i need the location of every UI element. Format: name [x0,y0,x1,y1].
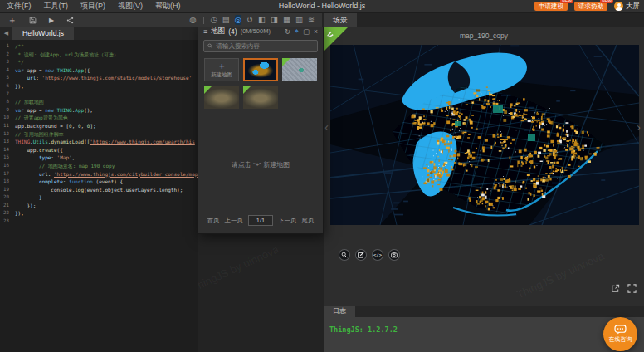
pin-icon[interactable]: ⌖ [295,27,299,36]
save-icon[interactable] [29,15,37,25]
scene-corner-ribbon [324,27,349,51]
search-input[interactable] [216,42,314,50]
code-line: 8// 加载地图 [0,98,198,106]
history-icon[interactable]: ◷ [211,15,217,25]
map-count: (4) [228,27,237,36]
log-message: ThingJS: 1.2.7.2 [329,325,398,334]
tab-scene[interactable]: 场景 [324,13,357,27]
prev-scene-chevron-icon[interactable]: ‹ [324,120,329,134]
code-line: 3 */ [0,58,198,66]
menu-item-3[interactable]: 视图(V) [118,1,143,12]
map-thumbnail-3[interactable] [204,86,239,109]
toolbar-divider [203,17,204,24]
user-label: 大屏 [626,2,640,12]
avatar [614,2,623,11]
layout-left-icon[interactable]: ◧ [258,15,266,25]
next-page-link[interactable]: 下一页 [278,217,297,225]
log-output: ThingJS: 1.2.7.2 [324,317,644,352]
code-line: 17 url: 'https://www.thingjs.com/citybui… [0,170,198,178]
tab-log[interactable]: 日志 [324,306,355,317]
run-icon[interactable]: ▶ [49,17,54,24]
menu-item-2[interactable]: 项目(P) [80,1,105,12]
edit-icon[interactable] [355,249,367,261]
search-icon [207,43,212,49]
share-icon[interactable] [66,15,74,25]
code-line: 6}); [0,82,198,90]
scene-panel: map_190_copy ‹ › </> ThingJS by uinnova [324,27,644,306]
locate-compass-icon[interactable]: ◎ [235,15,242,25]
code-line: 21 }); [0,202,198,210]
online-support-button[interactable]: 在线咨询 [603,317,637,351]
new-badge: NEW [600,0,613,3]
free-corner-badge [204,86,212,94]
copy-file-icon[interactable]: ▤ [222,15,230,25]
code-line: 15 type: 'Map', [0,154,198,162]
popout-icon[interactable]: ▢ [303,27,310,36]
pagination: 首页 上一页 下一页 尾页 [198,215,323,233]
code-line: 2 * 说明: 创建App, url为场景地址（可选） [0,51,198,59]
apply-modeling-button[interactable]: 申请建模 NEW [534,2,568,11]
code-icon[interactable]: </> [372,249,383,261]
scene-title: map_190_copy [324,27,644,45]
prev-page-link[interactable]: 上一页 [225,217,244,225]
code-line: 7 [0,90,198,99]
viewport-toolbar: </> [339,249,400,261]
close-icon[interactable]: × [314,27,318,36]
user-menu[interactable]: 大屏 [614,2,640,12]
fullscreen-icon[interactable] [627,281,637,296]
layout-grid-icon[interactable]: ▦ [283,15,290,25]
code-line: 14 app.create({ [0,146,198,154]
chat-bubble-icon [614,325,627,335]
code-line: 4var app = new THING.App({ [0,66,198,75]
next-scene-chevron-icon[interactable]: › [637,120,641,134]
empty-hint: 请点击 “+” 新建地图 [198,160,323,169]
menu-item-0[interactable]: 文件(F) [7,1,32,12]
zoom-icon[interactable] [339,249,350,261]
code-line: 9var app = new THING.App(); [0,106,198,115]
code-line: 20 } [0,193,198,202]
publish-globe-icon[interactable]: ◍ [189,15,196,25]
toolbar: ＋ ▶ ◍◷▤◎↺◧◨▦▥≋ [0,13,322,27]
map-thumbnail-2[interactable] [282,58,317,81]
new-map-tile[interactable]: ＋ 新建地图 [204,58,239,81]
first-page-link[interactable]: 首页 [207,217,220,225]
map-thumbnail-selected[interactable] [243,58,278,81]
recent-clock-icon[interactable]: ↺ [246,15,253,25]
editor-tabbar: ◀ HelloWorld.js [0,27,198,40]
code-line: 22}); [0,209,198,218]
export-icon[interactable] [611,281,620,296]
map-thumbnail-4[interactable] [243,86,278,109]
log-tabbar: 日志 [324,306,644,317]
code-line: 23 [0,218,198,226]
collapse-editor-icon[interactable]: ◀ [0,27,12,40]
code-line: 10// 设置app背景为黑色 [0,114,198,122]
menu-item-1[interactable]: 工具(T) [44,1,69,12]
code-area[interactable]: 1/**2 * 说明: 创建App, url为场景地址（可选）3 */4var … [0,40,198,226]
map-thumbnail-grid: ＋ 新建地图 [198,58,323,109]
right-tabstrip: 场景 [322,13,644,27]
search-box [203,40,318,52]
last-page-link[interactable]: 尾页 [302,217,315,225]
tab-helloworld-js[interactable]: HelloWorld.js [12,27,74,40]
map-panel-title: 地图 [211,27,225,37]
menu-icon[interactable]: ≡ [203,27,207,36]
refresh-icon[interactable]: ↻ [285,27,290,36]
code-line: 12// 引用地图组件脚本 [0,130,198,139]
request-help-button[interactable]: 请求协助 NEW [574,2,607,11]
map-list-panel: ≡ 地图 (4) (0M/500M) ↻⌖▢× ＋ 新建地图 请点击 “+” 新… [198,23,324,234]
code-line: 13THING.Utils.dynamicLoad(['https://www.… [0,138,198,146]
menu-bar: 文件(F)工具(T)项目(P)视图(V)帮助(H) HelloWorld - H… [0,0,644,12]
layout-bottom-icon[interactable]: ◨ [271,15,278,25]
snippet-doc-icon[interactable]: ▥ [295,15,303,25]
code-line: 19 console.log(event.object.userLayers.l… [0,186,198,194]
code-line: 18 complete: function (event) { [0,178,198,186]
map-3d-viewport[interactable] [330,45,639,225]
camera-icon[interactable] [388,249,400,261]
page-input[interactable] [248,215,273,226]
code-line: 11app.background = [0, 0, 0]; [0,122,198,130]
free-corner-badge [243,86,251,94]
menu-item-4[interactable]: 帮助(H) [155,1,181,12]
settings-sliders-icon[interactable]: ≋ [308,15,315,25]
window-title: HelloWorld - HelloWorld.js [279,2,366,10]
add-icon[interactable]: ＋ [7,14,17,27]
